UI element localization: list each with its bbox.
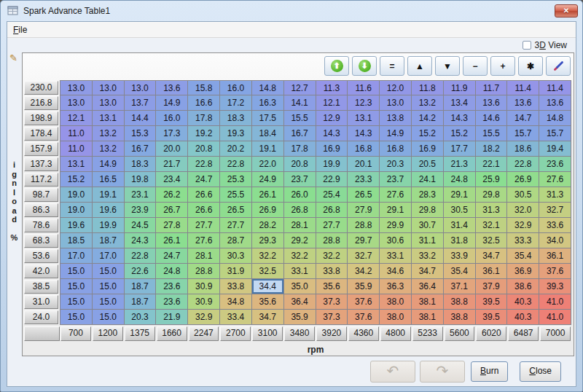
table-cell[interactable]: 18.5 [60,233,93,248]
table-cell[interactable]: 15.0 [60,279,93,294]
table-cell[interactable]: 30.5 [444,203,476,218]
table-cell[interactable]: 19.1 [252,141,284,157]
row-header-button[interactable]: 53.6 [24,249,58,263]
table-cell[interactable]: 13.6 [156,80,188,95]
table-cell[interactable]: 30.7 [412,218,444,233]
table-cell[interactable]: 14.1 [284,95,316,111]
table-cell[interactable]: 19.0 [60,187,93,203]
table-cell[interactable]: 38.6 [507,279,539,294]
table-cell[interactable]: 20.5 [412,157,444,172]
table-cell[interactable]: 20.8 [284,157,316,172]
table-cell[interactable]: 32.2 [316,248,348,264]
table-cell[interactable]: 38.0 [380,310,412,325]
set-equal-button[interactable]: = [380,56,404,76]
column-header-button[interactable]: 3920 [316,326,347,341]
table-cell[interactable]: 26.5 [348,187,380,203]
row-header-button[interactable]: 68.3 [24,234,58,248]
table-cell[interactable]: 33.6 [539,218,571,233]
table-cell[interactable]: 26.8 [316,203,348,218]
table-cell[interactable]: 34.0 [539,233,571,248]
column-header-button[interactable]: 1660 [157,326,187,341]
table-cell[interactable]: 27.9 [348,203,380,218]
table-cell[interactable]: 24.7 [156,248,188,264]
table-cell[interactable]: 29.1 [444,187,476,203]
row-header-button[interactable]: 198.9 [24,111,58,125]
table-cell[interactable]: 26.8 [284,203,316,218]
table-cell[interactable]: 32.2 [284,248,316,264]
table-cell[interactable]: 26.7 [156,203,188,218]
table-cell[interactable]: 26.1 [252,187,284,203]
table-cell[interactable]: 27.6 [188,233,220,248]
table-cell[interactable]: 35.4 [444,264,476,279]
table-cell[interactable]: 35.9 [284,310,316,325]
table-cell[interactable]: 22.8 [507,157,539,172]
table-cell[interactable]: 15.0 [60,294,93,310]
table-cell[interactable]: 14.7 [507,111,539,126]
table-cell[interactable]: 17.0 [93,248,125,264]
table-cell[interactable]: 12.1 [60,111,93,126]
table-cell[interactable]: 37.6 [539,264,571,279]
table-cell[interactable]: 16.8 [380,141,412,157]
table-cell[interactable]: 30.6 [380,233,412,248]
table-cell[interactable]: 17.0 [60,248,93,264]
table-cell[interactable]: 28.8 [316,233,348,248]
table-cell[interactable]: 11.7 [476,80,508,95]
table-cell[interactable]: 13.6 [476,95,508,111]
scale-up-button[interactable]: ⬆ [324,56,349,76]
table-cell[interactable]: 34.7 [252,310,284,325]
row-header-button[interactable]: 86.3 [24,203,58,217]
table-cell[interactable]: 28.3 [412,187,444,203]
undo-button[interactable]: ↶ [370,361,415,383]
table-cell[interactable]: 15.2 [412,126,444,141]
table-cell[interactable]: 34.7 [412,264,444,279]
scale-down-button[interactable]: ⬇ [352,56,377,76]
table-cell[interactable]: 37.6 [348,294,380,310]
table-cell[interactable]: 15.7 [507,126,539,141]
row-header-button[interactable]: 98.7 [24,188,58,202]
table-cell[interactable]: 37.3 [316,294,348,310]
table-cell[interactable]: 27.6 [380,187,412,203]
table-cell[interactable]: 24.5 [125,218,157,233]
column-header-button[interactable]: 3100 [252,326,283,341]
table-cell[interactable]: 32.9 [188,310,220,325]
table-cell[interactable]: 13.6 [507,95,539,111]
table-cell[interactable]: 13.0 [93,95,125,111]
table-cell[interactable]: 32.1 [476,218,508,233]
column-header-button[interactable]: 5600 [445,326,475,341]
table-cell[interactable]: 28.1 [284,218,316,233]
table-cell[interactable]: 19.9 [316,157,348,172]
table-cell[interactable]: 22.6 [125,264,157,279]
table-cell[interactable]: 18.7 [93,233,125,248]
table-cell[interactable]: 35.4 [507,248,539,264]
table-cell[interactable]: 25.4 [316,187,348,203]
table-cell[interactable]: 29.8 [476,187,508,203]
table-cell[interactable]: 18.6 [507,141,539,157]
table-cell[interactable]: 13.1 [93,111,125,126]
table-cell[interactable]: 17.8 [188,111,220,126]
table-cell[interactable]: 25.5 [220,187,252,203]
table-cell[interactable]: 13.0 [380,95,412,111]
table-cell[interactable]: 26.9 [252,203,284,218]
table-cell[interactable]: 13.0 [93,80,125,95]
table-cell[interactable]: 21.9 [156,310,188,325]
table-cell[interactable]: 14.9 [93,157,125,172]
table-cell[interactable]: 16.3 [252,95,284,111]
column-header-button[interactable]: 7000 [540,326,571,341]
table-cell[interactable]: 31.1 [412,233,444,248]
table-cell[interactable]: 23.7 [380,172,412,187]
row-header-button[interactable]: 178.4 [24,127,58,141]
table-cell[interactable]: 19.2 [188,126,220,141]
table-cell[interactable]: 36.3 [380,279,412,294]
table-cell[interactable]: 13.8 [380,111,412,126]
table-cell[interactable]: 33.8 [316,264,348,279]
table-cell[interactable]: 12.0 [380,80,412,95]
table-cell[interactable]: 31.4 [444,218,476,233]
table-cell[interactable]: 16.7 [284,126,316,141]
table-cell[interactable]: 14.3 [444,111,476,126]
table-cell[interactable]: 20.3 [380,157,412,172]
table-cell[interactable]: 15.0 [60,310,93,325]
table-cell[interactable]: 16.9 [316,141,348,157]
table-cell[interactable]: 24.3 [125,233,157,248]
table-cell[interactable]: 23.6 [156,294,188,310]
table-cell[interactable]: 23.4 [156,172,188,187]
